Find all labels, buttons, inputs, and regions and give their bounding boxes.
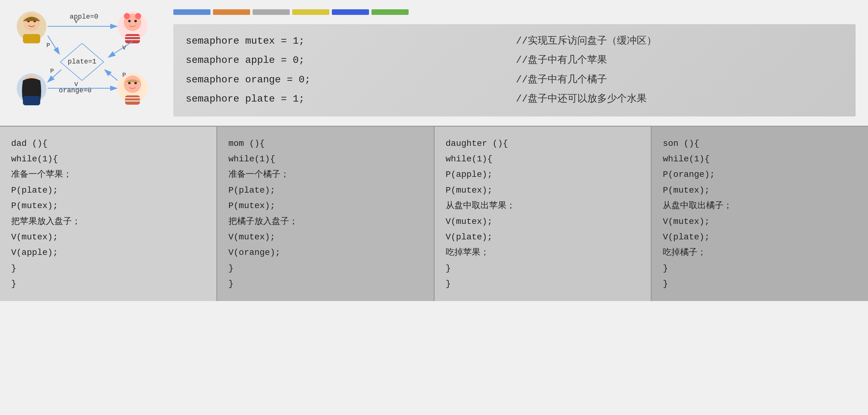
code-line: } <box>228 276 423 292</box>
semaphore-code-comment: //实现互斥访问盘子（缓冲区） <box>516 33 843 50</box>
code-line: } <box>663 261 857 276</box>
code-panel-dad: dad (){ while(1){ 准备一个苹果； P(plate); P(mu… <box>0 127 217 301</box>
semaphore-code-comment: //盘子中有几个橘子 <box>516 71 843 88</box>
code-line: 吃掉苹果； <box>446 245 640 261</box>
svg-point-13 <box>134 20 137 22</box>
diagram-svg: plate=1 apple=0 orange=0 V P V <box>12 9 155 115</box>
color-bar <box>173 9 211 15</box>
svg-line-28 <box>108 41 132 57</box>
code-line: } <box>446 261 640 276</box>
code-line: } <box>228 261 423 276</box>
svg-point-1 <box>23 13 40 31</box>
color-bar <box>213 9 250 15</box>
panel-header-dad: dad (){ <box>11 136 205 151</box>
semaphore-code-line: semaphore orange = 0; <box>186 71 497 88</box>
svg-text:P: P <box>50 67 54 75</box>
bottom-section: dad (){ while(1){ 准备一个苹果； P(plate); P(mu… <box>0 126 868 301</box>
svg-text:P: P <box>46 42 50 49</box>
code-line: V(mutex); <box>228 230 423 245</box>
svg-rect-4 <box>23 34 40 43</box>
code-line: } <box>11 276 205 292</box>
svg-point-22 <box>134 82 137 84</box>
code-line: P(mutex); <box>11 198 205 214</box>
svg-point-20 <box>124 76 141 93</box>
panel-header-daughter: daughter (){ <box>446 136 640 151</box>
code-line: 把苹果放入盘子； <box>11 214 205 230</box>
top-section: plate=1 apple=0 orange=0 V P V <box>0 0 868 123</box>
code-line: P(mutex); <box>446 183 640 198</box>
code-line: } <box>663 276 857 292</box>
color-bar <box>332 9 369 15</box>
svg-text:V: V <box>122 44 126 51</box>
code-line: P(apple); <box>446 167 640 182</box>
semaphore-declarations: semaphore mutex = 1;//实现互斥访问盘子（缓冲区）semap… <box>173 24 856 116</box>
code-line: 吃掉橘子； <box>663 245 857 261</box>
diagram-area: plate=1 apple=0 orange=0 V P V <box>12 9 155 115</box>
code-line: 准备一个橘子； <box>228 167 423 182</box>
semaphore-code-comment: //盘子中有几个苹果 <box>516 52 843 69</box>
svg-text:V: V <box>74 81 78 88</box>
svg-point-14 <box>124 13 130 19</box>
svg-point-15 <box>135 13 141 19</box>
code-line: V(plate); <box>446 230 640 245</box>
semaphore-code-line: semaphore mutex = 1; <box>186 33 497 50</box>
code-line: P(plate); <box>11 183 205 198</box>
code-line: } <box>11 261 205 276</box>
svg-rect-16 <box>125 34 140 43</box>
code-line: 从盘中取出苹果； <box>446 198 640 214</box>
svg-text:P: P <box>122 71 126 79</box>
code-line: V(mutex); <box>446 214 640 230</box>
color-bars <box>173 9 856 15</box>
svg-point-12 <box>128 20 131 22</box>
plate-label: plate=1 <box>68 58 96 66</box>
color-bar <box>371 9 409 15</box>
svg-line-30 <box>48 70 61 82</box>
code-line: V(orange); <box>228 245 423 261</box>
svg-point-21 <box>128 82 131 84</box>
code-line: } <box>446 276 640 292</box>
code-line: P(orange); <box>663 167 857 182</box>
code-line: 把橘子放入盘子； <box>228 214 423 230</box>
code-line: 从盘中取出橘子； <box>663 198 857 214</box>
code-line: while(1){ <box>446 151 640 167</box>
code-line: V(plate); <box>663 230 857 245</box>
code-line: while(1){ <box>663 151 857 167</box>
code-line: while(1){ <box>11 151 205 167</box>
code-line: P(plate); <box>228 183 423 198</box>
code-panel-daughter: daughter (){ while(1){ P(apple); P(mutex… <box>435 127 652 301</box>
code-line: P(mutex); <box>228 198 423 214</box>
semaphore-code-comment: //盘子中还可以放多少个水果 <box>516 91 843 108</box>
right-panel: semaphore mutex = 1;//实现互斥访问盘子（缓冲区）semap… <box>173 9 856 116</box>
code-panel-son: son (){ while(1){ P(orange); P(mutex); 从… <box>652 127 868 301</box>
semaphore-code-line: semaphore apple = 0; <box>186 52 497 69</box>
code-line: V(mutex); <box>11 230 205 245</box>
code-line: 准备一个苹果； <box>11 167 205 182</box>
svg-line-32 <box>105 70 118 81</box>
code-line: V(apple); <box>11 245 205 261</box>
code-panel-mom: mom (){ while(1){ 准备一个橘子； P(plate); P(mu… <box>217 127 435 301</box>
code-line: V(mutex); <box>663 214 857 230</box>
semaphore-code-line: semaphore plate = 1; <box>186 91 497 108</box>
code-line: while(1){ <box>228 151 423 167</box>
apple-label: apple=0 <box>70 13 98 21</box>
svg-rect-9 <box>23 96 40 105</box>
panel-header-son: son (){ <box>663 136 857 151</box>
panel-header-mom: mom (){ <box>228 136 423 151</box>
svg-text:V: V <box>74 18 78 25</box>
color-bar <box>292 9 329 15</box>
color-bar <box>253 9 290 15</box>
code-line: P(mutex); <box>663 183 857 198</box>
svg-rect-23 <box>125 95 140 105</box>
